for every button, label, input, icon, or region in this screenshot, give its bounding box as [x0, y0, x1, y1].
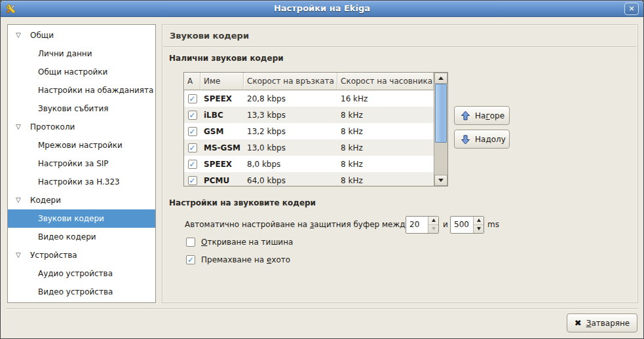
spin-up-icon[interactable] — [428, 217, 438, 225]
down-arrow-icon — [461, 134, 470, 145]
col-header-active[interactable]: А — [184, 73, 200, 90]
move-up-button[interactable]: Нагоре — [454, 106, 510, 125]
sidebar-item-lichni-danni[interactable]: Лични данни — [8, 45, 155, 63]
expander-icon[interactable]: ▽ — [16, 32, 24, 39]
silence-detection-checkbox[interactable] — [186, 238, 195, 247]
item-label: Видео кодери — [38, 232, 96, 241]
expander-icon[interactable]: ▽ — [16, 124, 24, 130]
sidebar-item-video-ustroystva[interactable]: Видео устройства — [8, 283, 155, 301]
section-label: Общи — [30, 31, 54, 40]
echo-cancellation-checkbox[interactable] — [186, 255, 195, 264]
section-label: Кодери — [30, 196, 61, 205]
up-arrow-icon — [461, 111, 470, 121]
scrollbar-thumb[interactable] — [435, 84, 447, 143]
codec-clock: 16 kHz — [337, 94, 434, 103]
expander-icon[interactable]: ▽ — [16, 252, 24, 259]
codec-bitrate: 13,0 kbps — [244, 143, 337, 152]
col-header-name[interactable]: Име — [200, 73, 244, 90]
sidebar-item-video-koderi[interactable]: Видео кодери — [8, 228, 155, 246]
codec-bitrate: 8,0 kbps — [244, 160, 337, 169]
jitter-max-value[interactable]: 500 — [454, 220, 469, 229]
spin-down-icon[interactable] — [474, 225, 483, 234]
item-label: Лични данни — [38, 49, 92, 58]
sidebar-item-nastroyki-sip[interactable]: Настройки за SIP — [8, 154, 155, 173]
move-down-button[interactable]: Надолу — [454, 130, 510, 149]
preferences-dialog: Настройки на Ekiga ✕ ▽ Общи Лични данни … — [0, 0, 644, 339]
echo-cancellation-label: Премахване на ехото — [201, 255, 290, 264]
ms-unit-label: ms — [487, 220, 499, 229]
table-row[interactable]: SPEEX 8,0 kbps 8 kHz — [184, 156, 447, 172]
spinner-arrows — [428, 217, 438, 233]
col-header-clock[interactable]: Скорост на часовника — [337, 73, 434, 90]
jitter-min-spinner[interactable]: 20 — [406, 216, 439, 234]
codec-enabled-checkbox[interactable] — [188, 160, 197, 169]
codec-name: GSM — [200, 127, 244, 136]
codec-clock: 8 kHz — [337, 143, 434, 152]
item-label: Мрежови настройки — [38, 141, 123, 150]
scroll-down-icon[interactable] — [434, 175, 447, 186]
sidebar-section-ustroystva[interactable]: ▽ Устройства — [8, 246, 155, 264]
item-label: Видео устройства — [38, 287, 113, 296]
codec-enabled-checkbox[interactable] — [188, 143, 197, 152]
sidebar-item-mrezhovi-nastroyki[interactable]: Мрежови настройки — [8, 136, 155, 154]
section-label: Устройства — [30, 251, 77, 260]
spinner-arrows — [473, 217, 483, 233]
sidebar-item-nastroyki-obazhdaniyata[interactable]: Настройки на обажданията — [8, 81, 155, 99]
item-label: Настройки за H.323 — [38, 177, 120, 187]
codec-name: iLBC — [200, 111, 244, 120]
sidebar-item-nastroyki-h323[interactable]: Настройки за H.323 — [8, 173, 155, 191]
item-label: Настройки за SIP — [38, 159, 109, 168]
table-row[interactable]: MS-GSM 13,0 kbps 8 kHz — [184, 139, 447, 156]
sidebar-item-audio-ustroystva[interactable]: Аудио устройства — [8, 264, 155, 283]
codec-bitrate: 13,2 kbps — [244, 127, 337, 136]
titlebar[interactable]: Настройки на Ekiga ✕ — [1, 1, 643, 17]
echo-cancellation-row: Премахване на ехото — [186, 255, 290, 264]
jitter-min-value[interactable]: 20 — [409, 220, 419, 229]
scroll-up-icon[interactable] — [434, 73, 447, 84]
jitter-max-spinner[interactable]: 500 — [450, 216, 484, 234]
codec-clock: 8 kHz — [337, 111, 434, 120]
item-label: Звукови кодери — [38, 214, 104, 223]
sidebar-item-obshti-nastroyki[interactable]: Общи настройки — [8, 63, 155, 81]
table-row[interactable]: GSM 13,2 kbps 8 kHz — [184, 123, 447, 139]
footer-separator — [6, 308, 638, 310]
silence-detection-label: Откриване на тишина — [201, 238, 293, 247]
codec-bitrate: 64,0 kbps — [244, 176, 337, 185]
expander-icon[interactable]: ▽ — [16, 197, 24, 204]
col-header-bitrate[interactable]: Скорост на връзката — [244, 73, 337, 90]
sidebar-section-obshti[interactable]: ▽ Общи — [8, 26, 155, 45]
spin-up-icon[interactable] — [474, 217, 483, 225]
titlebar-close-button[interactable]: ✕ — [624, 3, 639, 15]
close-button[interactable]: ✖ Затваряне — [567, 313, 637, 332]
sidebar-item-zvukovi-sabitiya[interactable]: Звукови събития — [8, 99, 155, 118]
codec-name: PCMU — [200, 176, 244, 185]
codec-enabled-checkbox[interactable] — [188, 94, 197, 103]
move-down-label: Надолу — [475, 135, 506, 144]
title-separator — [163, 46, 637, 48]
codec-bitrate: 20,8 kbps — [244, 94, 337, 103]
vertical-scrollbar[interactable] — [434, 73, 447, 186]
item-label: Звукови събития — [38, 104, 108, 113]
table-row[interactable]: PCMU 64,0 kbps 8 kHz — [184, 172, 447, 187]
settings-section-label: Настройки на звуковите кодери — [169, 198, 316, 207]
codec-name: MS-GSM — [200, 143, 244, 152]
spin-down-icon[interactable] — [428, 225, 438, 234]
section-label: Протоколи — [30, 122, 75, 132]
sidebar-section-protokoli[interactable]: ▽ Протоколи — [8, 118, 155, 136]
table-row[interactable]: iLBC 13,3 kbps 8 kHz — [184, 107, 447, 123]
codec-table-header: А Име Скорост на връзката Скорост на час… — [184, 73, 447, 90]
codec-clock: 8 kHz — [337, 127, 434, 136]
codec-enabled-checkbox[interactable] — [188, 127, 197, 136]
codec-enabled-checkbox[interactable] — [188, 176, 197, 185]
sidebar-item-zvukovi-koderi[interactable]: Звукови кодери — [8, 209, 155, 228]
preferences-tree: ▽ Общи Лични данни Общи настройки Настро… — [7, 24, 156, 303]
page-title: Звукови кодери — [170, 31, 249, 41]
codec-enabled-checkbox[interactable] — [188, 111, 197, 120]
sidebar-section-koderi[interactable]: ▽ Кодери — [8, 191, 155, 209]
main-panel: Звукови кодери Налични звукови кодери А … — [162, 24, 638, 303]
codec-table: А Име Скорост на връзката Скорост на час… — [183, 72, 448, 187]
codec-bitrate: 13,3 kbps — [244, 111, 337, 120]
close-x-icon: ✖ — [575, 318, 582, 328]
move-up-label: Нагоре — [475, 111, 504, 120]
table-row[interactable]: SPEEX 20,8 kbps 16 kHz — [184, 90, 447, 107]
